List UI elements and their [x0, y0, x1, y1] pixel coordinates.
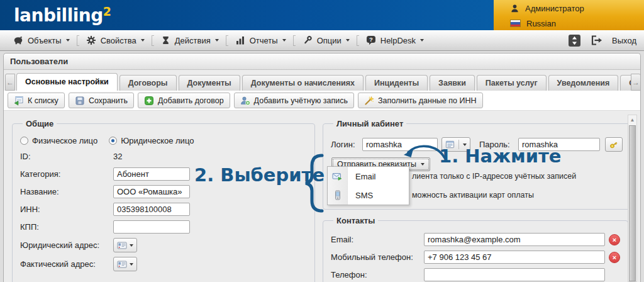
general-legend: Общие [23, 119, 57, 128]
ip-restriction-option-label: лиента только с IP-адресов учётных запис… [412, 172, 576, 181]
tab-charge-documents[interactable]: Документы о начислениях [242, 75, 364, 91]
phone-input[interactable] [424, 268, 605, 281]
generate-password-button[interactable] [605, 137, 623, 152]
menu-separator [226, 35, 228, 46]
tab-scroll-right-button[interactable]: → [631, 74, 641, 91]
save-label: Сохранить [89, 96, 128, 105]
menu-helpdesk[interactable]: ? HelpDesk [360, 35, 430, 45]
russian-flag-icon [510, 20, 521, 27]
add-contract-label: Добавить договор [158, 96, 224, 105]
email-label: Email: [331, 235, 424, 244]
user-box: Администратор Russian [494, 0, 644, 30]
wrench-icon [303, 35, 313, 45]
piggy-bank-icon [13, 35, 23, 45]
save-icon [75, 96, 85, 106]
tab-contracts[interactable]: Договоры [119, 75, 177, 91]
menu-objects[interactable]: Объекты [8, 35, 75, 45]
page-title: Пользователи [4, 54, 640, 70]
email-icon [332, 171, 343, 181]
add-account-button[interactable]: Добавить учётную запись [234, 93, 354, 108]
login-label: Логин: [331, 140, 362, 149]
legal-entity-radio-label[interactable]: Юридическое лицо [121, 136, 194, 145]
tab-notifications[interactable]: Уведомления [548, 75, 619, 91]
category-label: Категория: [20, 169, 113, 179]
menu-options[interactable]: Опции [297, 35, 355, 45]
individual-radio-label[interactable]: Физическое лицо [32, 136, 97, 145]
delete-mobile-button[interactable]: × [609, 252, 620, 263]
tab-main-settings[interactable]: Основные настройки [16, 73, 118, 91]
kpp-input[interactable] [113, 220, 190, 234]
menu-reports[interactable]: Отчеты [230, 35, 292, 45]
legal-entity-radio[interactable] [109, 137, 117, 145]
add-contract-button[interactable]: Добавить договор [138, 93, 230, 108]
menu-actions[interactable]: Действия [155, 35, 225, 45]
menu-item-sms[interactable]: SMS [328, 186, 409, 205]
id-label: ID: [20, 152, 113, 161]
menu-item-email-label: Email [348, 172, 376, 181]
fullscreen-icon[interactable] [569, 35, 580, 47]
menu-separator [357, 35, 359, 46]
individual-radio[interactable] [20, 137, 28, 145]
address-card-icon [117, 259, 127, 269]
mobile-phone-icon [333, 190, 343, 200]
logout-icon[interactable] [590, 35, 602, 46]
category-input[interactable] [113, 167, 190, 181]
email-input[interactable] [424, 233, 605, 246]
actual-address-label: Фактический адрес: [20, 259, 113, 269]
tab-strip: ← → Основные настройки Договоры Документ… [4, 73, 641, 91]
kpp-label: КПП: [20, 222, 113, 232]
caret-down-icon [420, 39, 424, 42]
phone-label: Телефон: [331, 270, 424, 279]
hourglass-icon [161, 35, 170, 45]
general-fieldset: Общие Физическое лицо Юридическое лицо I… [12, 119, 315, 282]
name-label: Название: [20, 187, 113, 196]
bar-chart-icon [235, 35, 245, 45]
caret-down-icon [66, 39, 70, 42]
user-name: Администратор [525, 4, 584, 13]
main-menubar: Объекты Свойства Действия Отчеты Опции ?… [0, 30, 644, 51]
caret-down-icon [141, 39, 145, 42]
caret-down-icon [130, 263, 133, 266]
app-header: lanbilling2 Администратор Russian [0, 0, 644, 30]
inn-label: ИНН: [20, 205, 113, 214]
caret-down-icon [215, 39, 219, 42]
close-icon: × [613, 254, 616, 261]
tab-documents[interactable]: Документы [179, 75, 240, 91]
up-arrow-icon: ▲ [630, 117, 635, 123]
key-icon [609, 140, 619, 150]
language-selector[interactable]: Russian [494, 16, 644, 30]
toolbar: К списку Сохранить Добавить договор Доба… [4, 91, 641, 111]
left-arrow-icon: ← [6, 78, 14, 87]
caret-down-icon [421, 163, 425, 166]
magic-wand-icon [364, 96, 374, 106]
payment-cards-option-label: можность активации карт оплаты [412, 191, 534, 200]
delete-email-button[interactable]: × [609, 234, 620, 245]
tab-service-packages[interactable]: Пакеты услуг [477, 75, 547, 91]
logout-label[interactable]: Выход [612, 36, 636, 45]
mobile-phone-input[interactable] [424, 251, 605, 264]
users-panel: Пользователи ← → Основные настройки Дого… [3, 53, 641, 282]
fill-by-inn-button[interactable]: Заполнить данные по ИНН [358, 93, 483, 108]
id-value: 32 [113, 152, 122, 161]
menu-item-email[interactable]: Email [328, 167, 409, 186]
tab-scroll-left-button[interactable]: ← [5, 74, 15, 91]
name-input[interactable] [113, 185, 190, 198]
vertical-scrollbar[interactable]: ▲ [628, 115, 637, 282]
svg-text:?: ? [369, 36, 373, 43]
contacts-fieldset: Контакты Email: × Мобильный телефон: × Т… [323, 216, 628, 282]
person-icon [510, 4, 519, 13]
tabs-container: Основные настройки Договоры Документы До… [16, 73, 640, 91]
actual-address-button[interactable] [113, 257, 137, 271]
menu-properties[interactable]: Свойства [80, 35, 150, 45]
legal-address-button[interactable] [113, 238, 137, 252]
personal-cabinet-legend: Личный кабинет [333, 119, 406, 128]
language-label: Russian [526, 19, 556, 28]
menu-helpdesk-label: HelpDesk [380, 36, 416, 45]
save-button[interactable]: Сохранить [69, 93, 134, 108]
inn-input[interactable] [113, 203, 190, 216]
tab-requests[interactable]: Заявки [430, 75, 475, 91]
scroll-up-button[interactable]: ▲ [628, 115, 636, 125]
to-list-button[interactable]: К списку [8, 93, 65, 108]
tab-incidents[interactable]: Инциденты [365, 75, 428, 91]
scrollbar-thumb[interactable] [629, 125, 636, 281]
